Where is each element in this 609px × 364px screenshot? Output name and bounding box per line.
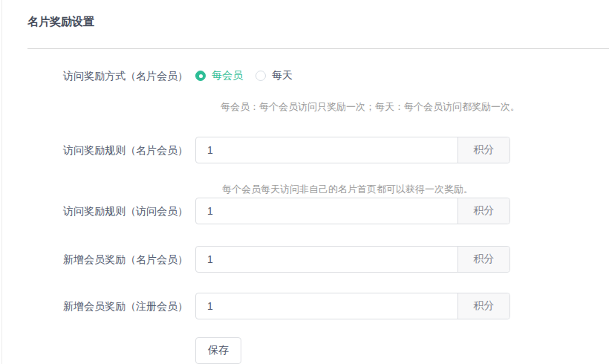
visit-rule-visitor-input[interactable] — [196, 198, 457, 224]
radio-per-day[interactable]: 每天 — [255, 69, 293, 82]
visit-rule-visitor-input-group: 积分 — [195, 198, 510, 224]
radio-per-day-label: 每天 — [272, 69, 293, 82]
reward-mode-helper-text: 每会员：每个会员访问只奖励一次；每天：每个会员访问都奖励一次。 — [221, 101, 609, 113]
visit-rule-card-unit: 积分 — [457, 137, 509, 163]
visit-rule-visitor-helper-text: 每个会员每天访问非自己的名片首页都可以获得一次奖励。 — [222, 183, 609, 195]
new-member-card-label: 新增会员奖励（名片会员） — [27, 252, 188, 267]
radio-unselected-icon — [255, 71, 266, 81]
save-row: 保存 — [195, 337, 609, 364]
new-member-register-input-group: 积分 — [195, 293, 510, 319]
new-member-card-unit: 积分 — [457, 247, 509, 272]
radio-per-member[interactable]: 每会员 — [195, 69, 243, 82]
save-button[interactable]: 保存 — [195, 337, 241, 364]
new-member-card-input-group: 积分 — [195, 246, 510, 273]
reward-mode-label: 访问奖励方式（名片会员） — [27, 68, 188, 83]
page-title: 名片奖励设置 — [27, 15, 609, 27]
visit-rule-card-input-group: 积分 — [195, 137, 510, 163]
title-divider — [27, 48, 609, 49]
radio-per-member-label: 每会员 — [212, 69, 243, 82]
form-row-new-member-register: 新增会员奖励（注册会员） 积分 — [27, 293, 609, 319]
new-member-register-unit: 积分 — [457, 293, 509, 319]
new-member-register-label: 新增会员奖励（注册会员） — [27, 299, 188, 313]
settings-panel: 名片奖励设置 访问奖励方式（名片会员） 每会员 每天 每会员：每个会员访问只奖励… — [1, 0, 609, 364]
new-member-register-input[interactable] — [196, 293, 457, 319]
visit-rule-visitor-unit: 积分 — [457, 198, 509, 224]
visit-rule-visitor-label: 访问奖励规则（访问会员） — [27, 204, 188, 218]
visit-rule-card-label: 访问奖励规则（名片会员） — [27, 143, 188, 157]
new-member-card-input[interactable] — [196, 247, 457, 272]
form-row-new-member-card: 新增会员奖励（名片会员） 积分 — [27, 246, 609, 273]
form-row-visit-rule-visitor: 访问奖励规则（访问会员） 积分 — [27, 198, 609, 224]
form-row-visit-rule-card: 访问奖励规则（名片会员） 积分 — [27, 137, 609, 163]
form-row-reward-mode: 访问奖励方式（名片会员） 每会员 每天 — [27, 68, 609, 83]
radio-selected-icon — [195, 71, 206, 81]
visit-rule-card-input[interactable] — [196, 137, 457, 163]
reward-mode-radio-group: 每会员 每天 — [195, 69, 293, 82]
